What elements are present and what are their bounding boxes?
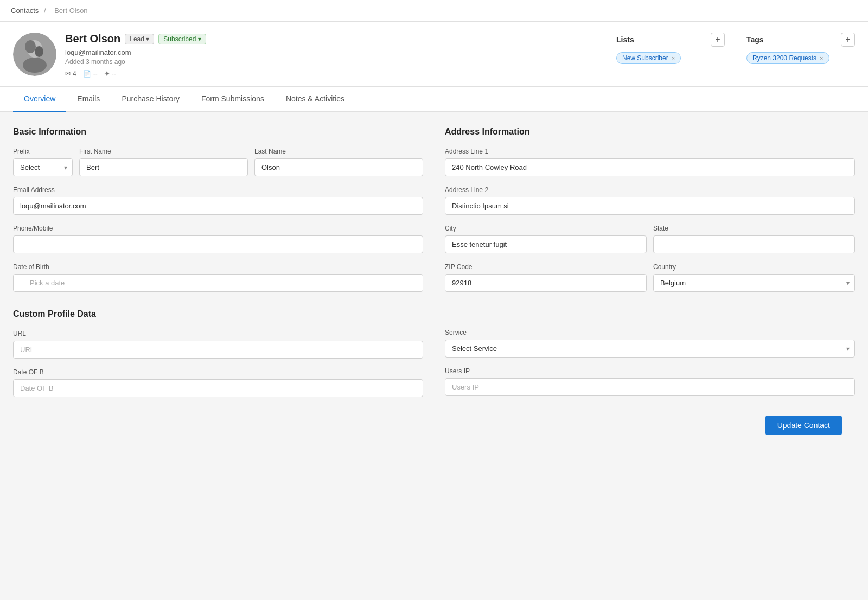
date-of-b-group: Date OF B [13,368,423,397]
avatar [13,33,56,76]
tabs-bar: Overview Emails Purchase History Form Su… [0,87,868,112]
service-select[interactable]: Select Service [445,340,855,358]
city-state-row: City State [445,225,855,253]
email-count: 4 [73,70,76,78]
tag-chip-ryzen: Ryzen 3200 Requests × [746,52,829,64]
dob-group: Date of Birth [13,263,423,292]
address-info-title: Address Information [445,127,855,137]
activity-stat: ✈ -- [104,70,116,78]
name-row: Prefix Select First Name Last Name [13,148,423,176]
tab-purchase-history[interactable]: Purchase History [111,87,190,112]
address-line1-input[interactable] [445,158,855,176]
tag-chip-label: Ryzen 3200 Requests [752,54,816,62]
last-name-group: Last Name [254,148,423,176]
lead-badge[interactable]: Lead ▾ [125,34,154,44]
country-label: Country [653,263,855,271]
tab-form-submissions[interactable]: Form Submissions [190,87,275,112]
svg-point-3 [35,46,43,57]
custom-profile-right-section: Service Select Service Users IP [445,309,855,396]
overview-columns: Basic Information Prefix Select First Na… [13,127,855,407]
url-group: URL [13,330,423,359]
activity-count: -- [112,70,116,78]
last-name-label: Last Name [254,148,423,155]
city-input[interactable] [445,235,647,253]
phone-group: Phone/Mobile [13,225,423,253]
lists-section: Lists + New Subscriber × [616,33,725,64]
breadcrumb-separator: / [44,7,46,15]
contact-header: Bert Olson Lead ▾ Subscribed ▾ loqu@mail… [0,22,868,87]
breadcrumb-parent[interactable]: Contacts [11,7,39,15]
dob-input[interactable] [13,274,423,292]
email-label: Email Address [13,186,423,194]
add-list-button[interactable]: + [711,33,725,47]
address-line2-label: Address Line 2 [445,186,855,194]
first-name-label: First Name [79,148,248,155]
update-contact-button[interactable]: Update Contact [765,416,842,435]
city-group: City [445,225,647,253]
address-line2-group: Address Line 2 [445,186,855,215]
list-chip-remove[interactable]: × [672,55,675,61]
prefix-select[interactable]: Select [13,158,73,176]
users-ip-label: Users IP [445,367,855,375]
date-of-b-label: Date OF B [13,368,423,376]
contact-email: loqu@mailinator.com [65,48,595,56]
state-group: State [653,225,855,253]
city-label: City [445,225,647,232]
tags-chips: Ryzen 3200 Requests × [746,52,855,64]
zip-input[interactable] [445,274,647,292]
basic-info-section: Basic Information Prefix Select First Na… [13,127,423,407]
contact-added: Added 3 months ago [65,58,595,66]
basic-info-title: Basic Information [13,127,423,137]
tab-emails[interactable]: Emails [66,87,111,112]
first-name-input[interactable] [79,158,248,176]
list-chip-label: New Subscriber [622,54,668,62]
address-line1-label: Address Line 1 [445,148,855,155]
main-content: Basic Information Prefix Select First Na… [0,112,868,459]
lists-label: Lists [616,35,634,44]
phone-input[interactable] [13,235,423,253]
dob-label: Date of Birth [13,263,423,271]
lists-chips: New Subscriber × [616,52,725,64]
breadcrumb: Contacts / Bert Olson [0,0,868,22]
users-ip-input[interactable] [445,378,855,396]
activity-icon: ✈ [104,70,110,78]
contact-name: Bert Olson [65,33,120,45]
state-label: State [653,225,855,232]
address-info-section: Address Information Address Line 1 Addre… [445,127,855,407]
service-label: Service [445,329,855,336]
tab-notes-activities[interactable]: Notes & Activities [275,87,355,112]
country-select[interactable]: Belgium [653,274,855,292]
breadcrumb-current: Bert Olson [54,7,87,15]
url-input[interactable] [13,341,423,359]
file-stat: 📄 -- [83,70,98,78]
country-group: Country Belgium [653,263,855,292]
last-name-input[interactable] [254,158,423,176]
custom-profile-title: Custom Profile Data [13,309,423,319]
email-stat: ✉ 4 [65,70,76,78]
zip-group: ZIP Code [445,263,647,292]
add-tag-button[interactable]: + [841,33,855,47]
file-count: -- [93,70,98,78]
tab-overview[interactable]: Overview [13,87,66,112]
contact-info: Bert Olson Lead ▾ Subscribed ▾ loqu@mail… [65,33,595,78]
prefix-group: Prefix Select [13,148,73,176]
zip-country-row: ZIP Code Country Belgium [445,263,855,292]
footer-bar: Update Contact [13,407,855,444]
email-input[interactable] [13,197,423,215]
contact-stats: ✉ 4 📄 -- ✈ -- [65,70,595,78]
svg-point-4 [23,58,47,73]
tag-chip-remove[interactable]: × [820,55,823,61]
list-chip-new-subscriber: New Subscriber × [616,52,681,64]
first-name-group: First Name [79,148,248,176]
service-group: Service Select Service [445,329,855,358]
zip-label: ZIP Code [445,263,647,271]
phone-label: Phone/Mobile [13,225,423,232]
email-group: Email Address [13,186,423,215]
url-label: URL [13,330,423,337]
state-input[interactable] [653,235,855,253]
custom-profile-section: Custom Profile Data URL Date OF B [13,309,423,397]
users-ip-group: Users IP [445,367,855,396]
subscribed-badge[interactable]: Subscribed ▾ [158,34,206,44]
date-of-b-input[interactable] [13,379,423,397]
address-line2-input[interactable] [445,197,855,215]
